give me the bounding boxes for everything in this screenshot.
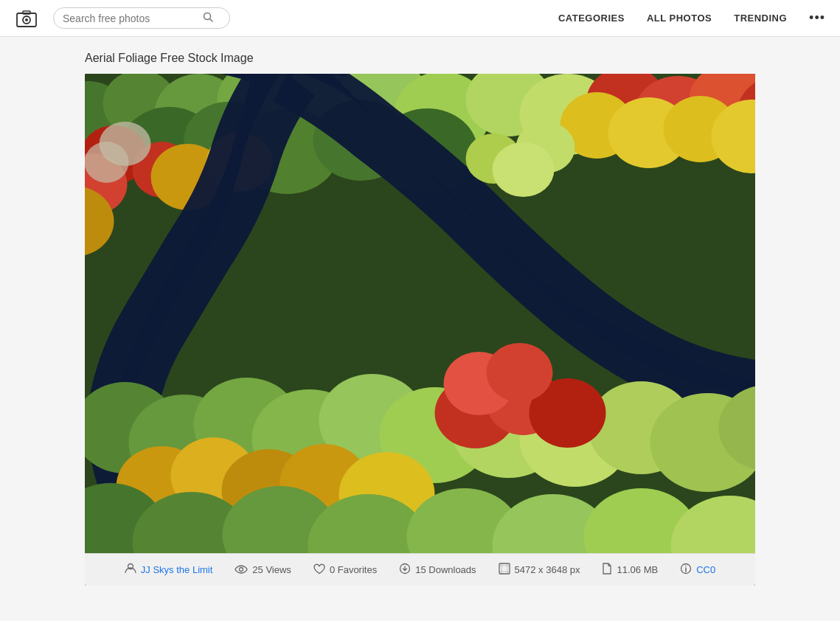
user-icon <box>125 563 136 577</box>
eye-icon <box>235 563 248 576</box>
image-footer: JJ Skys the Limit 25 Views 0 Favori <box>85 553 755 586</box>
author-link[interactable]: JJ Skys the Limit <box>141 564 213 575</box>
search-input[interactable] <box>63 13 203 24</box>
svg-rect-73 <box>499 563 510 574</box>
nav-all-photos[interactable]: ALL PHOTOS <box>647 13 712 24</box>
search-container <box>53 7 230 29</box>
dimensions-icon <box>499 563 510 577</box>
image-wrapper: JJ Skys the Limit 25 Views 0 Favori <box>85 74 755 586</box>
license-item: CC0 <box>680 563 715 577</box>
svg-line-5 <box>210 19 213 22</box>
nav-trending[interactable]: TRENDING <box>734 13 787 24</box>
filesize-item: 11.06 MB <box>602 563 658 577</box>
heart-icon <box>313 563 325 577</box>
dimensions-item: 5472 x 3648 px <box>499 563 580 577</box>
search-icon[interactable] <box>203 12 213 24</box>
svg-rect-69 <box>85 74 755 553</box>
svg-point-3 <box>25 18 28 21</box>
author-item: JJ Skys the Limit <box>125 563 213 577</box>
svg-point-75 <box>685 566 687 567</box>
nav-categories[interactable]: CATEGORIES <box>558 13 625 24</box>
file-icon <box>602 563 612 577</box>
svg-rect-2 <box>23 11 30 14</box>
main-nav: CATEGORIES ALL PHOTOS TRENDING ••• <box>558 10 825 26</box>
license-link[interactable]: CC0 <box>696 564 715 575</box>
info-icon <box>680 563 692 577</box>
main-image <box>85 74 755 553</box>
download-icon <box>399 563 411 577</box>
views-item: 25 Views <box>235 563 291 576</box>
downloads-text: 15 Downloads <box>415 564 476 575</box>
favorites-item: 0 Favorites <box>313 563 377 577</box>
main-content: Aerial Foliage Free Stock Image <box>0 37 840 600</box>
filesize-text: 11.06 MB <box>617 564 658 575</box>
header: CATEGORIES ALL PHOTOS TRENDING ••• <box>0 0 840 37</box>
dimensions-text: 5472 x 3648 px <box>515 564 580 575</box>
downloads-item: 15 Downloads <box>399 563 476 577</box>
more-menu-icon[interactable]: ••• <box>809 10 825 26</box>
camera-logo[interactable] <box>15 7 38 30</box>
svg-point-71 <box>240 568 243 572</box>
page-title: Aerial Foliage Free Stock Image <box>85 52 755 65</box>
favorites-text: 0 Favorites <box>330 564 377 575</box>
views-text: 25 Views <box>252 564 291 575</box>
